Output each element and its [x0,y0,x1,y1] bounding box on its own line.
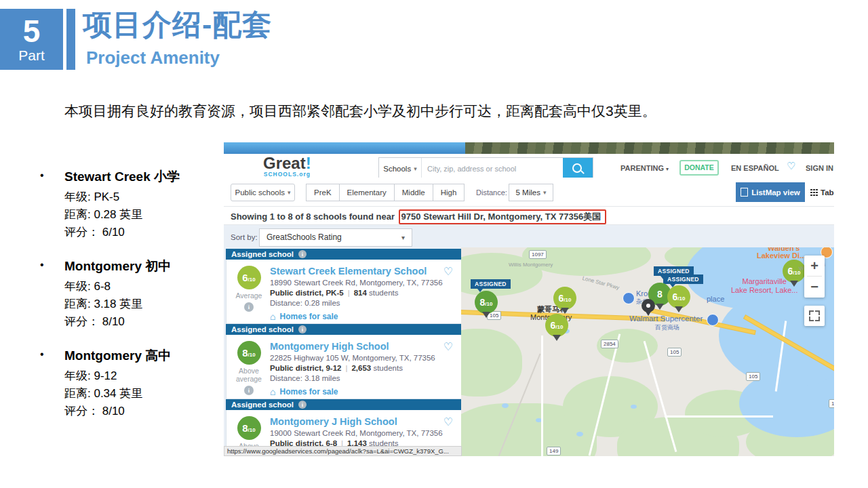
slide: 5 Part 项目介绍-配套 Project Amenity 本项目拥有良好的教… [0,0,868,488]
search-input[interactable]: City, zip, address or school [422,158,563,179]
map-road [541,336,543,456]
rating-badge: 6/10 [237,266,261,289]
sort-by-dropdown[interactable]: GreatSchools Rating [259,228,412,247]
search-icon [572,163,582,173]
rating-badge: 8/10 [237,341,261,365]
school-address: 19000 Stewart Creek Rd, Montgomery, TX, … [270,429,454,437]
school-card: Assigned school 6/10 Average Stewart Cre… [226,249,462,324]
heart-icon[interactable] [443,265,453,278]
grid-icon [810,189,817,196]
sign-in-link[interactable]: SIGN IN [806,164,833,172]
background-strip-satellite [465,142,834,154]
kroger-poi-icon [623,292,635,304]
map-pond [631,405,637,409]
page-title: 项目介绍-配套 [83,5,272,45]
search-button[interactable] [563,158,593,179]
school-distance: Distance: 0.28 miles [270,299,454,307]
school-address: 18990 Stewart Creek Rd, Montgomery, TX, … [270,279,454,287]
listmap-view-button[interactable]: ListMap view [736,182,805,202]
list-item: • Montgomery 高中 年级: 9-12 距离: 0.34 英里 评分：… [37,347,234,420]
map-label: Walmart Supercenter [629,314,703,323]
map-label: Lone Star Pkwy [582,275,620,291]
house-icon [270,386,275,397]
tab-high[interactable]: High [433,184,465,201]
assigned-flag: ASSIGNED [471,279,511,289]
school-name-link[interactable]: Montgomery J High School [270,416,454,427]
zoom-in-button[interactable]: + [804,256,825,276]
table-view-button[interactable]: Table [805,182,834,202]
heart-icon[interactable] [443,340,453,353]
zoom-out-button[interactable]: − [804,277,825,297]
info-icon[interactable] [298,250,307,258]
rating-badge: 8/10 [237,416,261,440]
title-accent-bar [66,9,75,70]
heart-icon[interactable] [787,160,795,172]
route-shield: 149 [547,447,561,455]
sort-by-label: Sort by: [231,233,258,241]
fullscreen-icon [809,310,820,321]
info-icon[interactable] [244,302,254,312]
home-location-pin [642,299,655,312]
school-map-pin[interactable]: 8/10 [475,291,498,314]
map-pond [576,432,583,436]
greatschools-screenshot: Great! SCHOOLS.org Schools City, zip, ad… [224,142,834,456]
heart-icon[interactable] [443,415,453,428]
distance-dropdown[interactable]: 5 Miles [509,184,553,201]
map-icon [741,188,748,197]
intro-text: 本项目拥有良好的教育资源，项目西部紧邻配套小学及初中步行可达，距离配套高中仅3英… [64,102,844,121]
assigned-school-banner: Assigned school [226,249,462,260]
tab-middle[interactable]: Middle [394,184,433,201]
bullet-icon: • [40,259,44,271]
school-cards: Assigned school 6/10 Average Stewart Cre… [226,249,462,456]
background-strip-blue [224,142,465,154]
results-area: Sort by: GreatSchools Rating Assigned sc… [224,225,834,456]
site-header: Great! SCHOOLS.org Schools City, zip, ad… [224,154,834,178]
homes-for-sale-link[interactable]: Homes for sale [270,311,454,322]
fullscreen-button[interactable] [804,306,825,326]
school-map-pin[interactable]: 6/10 [553,287,576,310]
map-label: place [707,295,724,303]
house-icon [270,311,275,322]
map-label: Willis Montgomery [509,262,553,268]
homes-for-sale-link[interactable]: Homes for sale [270,386,454,397]
schools-type-dropdown[interactable]: Schools [379,158,422,179]
school-summary-list: • Stewart Creek 小学 年级: PK-5 距离: 0.28 英里 … [37,168,234,436]
greatschools-logo[interactable]: Great! SCHOOLS.org [263,156,311,178]
school-name-link[interactable]: Stewart Creek Elementary School [270,266,454,277]
rating-label: Above average [232,367,266,383]
part-number: 5 [0,14,63,48]
tab-prek[interactable]: PreK [306,184,340,201]
route-shield: 1097 [529,250,547,259]
info-icon[interactable] [244,386,254,395]
nav-parenting[interactable]: PARENTING [620,164,669,172]
list-item: • Stewart Creek 小学 年级: PK-5 距离: 0.28 英里 … [37,168,234,241]
nav-en-espanol[interactable]: EN ESPAÑOL [731,164,779,172]
donate-button[interactable]: DONATE [679,160,719,176]
assigned-flag: ASSIGNED [663,274,703,284]
results-map[interactable]: 1097 105 2854 105 105 149 10 Willis Mont… [461,247,834,456]
results-summary-row: Showing 1 to 8 of 8 schools found near 9… [224,207,834,225]
school-map-pin[interactable]: 6/10 [667,285,690,308]
map-terrain [461,329,522,396]
school-map-pin[interactable]: 6/10 [545,314,568,337]
filter-bar: Public schools PreK Elementary Middle Hi… [224,178,834,207]
part-number-box: 5 Part [0,9,63,70]
route-shield: 2854 [601,340,618,348]
school-name-link[interactable]: Montgomery High School [270,341,454,352]
map-zoom-control: + − [804,256,825,298]
school-card: Assigned school 8/10 Above average Montg… [226,324,462,399]
distance-label: Distance: [476,188,507,197]
assigned-school-banner: Assigned school [226,324,462,335]
walmart-poi-icon [707,314,719,326]
map-label: 百货商场 [655,323,679,332]
public-schools-dropdown[interactable]: Public schools [231,184,295,201]
page-subtitle: Project Amenity [86,47,220,68]
school-address: 22825 Highway 105 W, Montgomery, TX, 773… [270,354,454,362]
school-distance: Distance: 3.18 miles [270,374,454,382]
map-label: Lakeview Di... [757,251,806,260]
map-pond [502,403,509,408]
info-icon[interactable] [298,325,307,333]
tab-elementary[interactable]: Elementary [339,184,395,201]
info-icon[interactable] [298,401,307,409]
status-url-bar: https://www.googleadservices.com/pagead/… [224,446,462,456]
